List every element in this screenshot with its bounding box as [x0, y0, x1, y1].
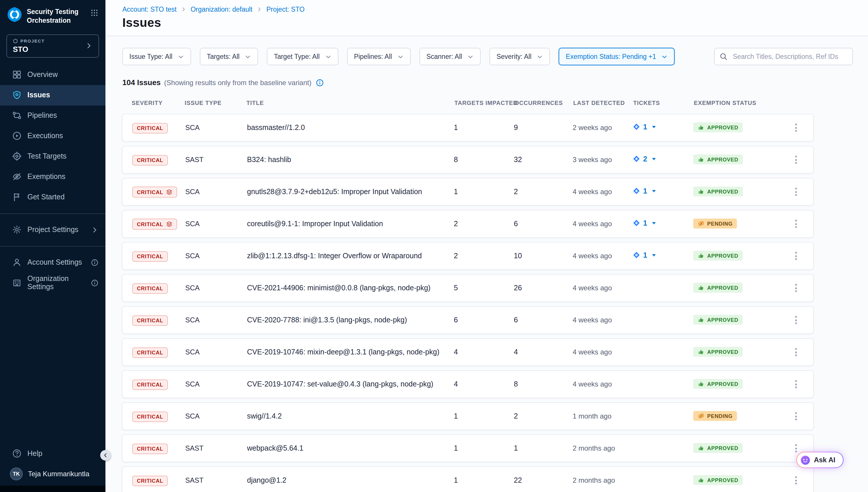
issue-title[interactable]: swig//1.4.2: [247, 412, 454, 420]
issue-row[interactable]: CRITICAL SCA CVE-2020-7788: ini@1.3.5 (l…: [122, 306, 814, 334]
issue-title[interactable]: bassmaster//1.2.0: [247, 124, 454, 132]
filter-exemption-status[interactable]: Exemption Status: Pending +1: [559, 48, 675, 65]
row-menu-button[interactable]: [792, 345, 808, 359]
breadcrumb-project[interactable]: Project: STO: [266, 6, 305, 13]
row-menu-button[interactable]: [792, 153, 808, 167]
issue-row[interactable]: CRITICAL SCA CVE-2019-10746: mixin-deep@…: [122, 338, 814, 366]
sidebar-item-issues[interactable]: Issues: [0, 85, 105, 105]
row-menu-button[interactable]: [792, 249, 808, 263]
issue-title[interactable]: django@1.2: [247, 476, 454, 485]
row-menu-button[interactable]: [792, 185, 808, 199]
sidebar-item-project-settings[interactable]: Project Settings: [0, 220, 105, 240]
issue-row[interactable]: CRITICAL SAST django@1.2 1 22 2 months a…: [122, 466, 814, 492]
sidebar-item-exemptions[interactable]: Exemptions: [0, 167, 105, 187]
sidebar-collapse-button[interactable]: [100, 450, 111, 461]
filter-severity[interactable]: Severity: All: [489, 48, 550, 65]
filter-issue-type[interactable]: Issue Type: All: [122, 48, 191, 65]
ticket-link[interactable]: 1: [633, 219, 658, 227]
search-input[interactable]: [714, 48, 853, 65]
sidebar-item-organization-settings[interactable]: Organization Settings: [0, 273, 105, 293]
ticket-link[interactable]: 2: [633, 155, 658, 163]
exemption-status-cell: APPROVED: [693, 283, 792, 293]
issue-title[interactable]: gnutls28@3.7.9-2+deb12u5: Improper Input…: [247, 188, 454, 196]
issue-title[interactable]: B324: hashlib: [247, 156, 454, 164]
severity-cell: CRITICAL: [132, 154, 185, 166]
filter-target-type[interactable]: Target Type: All: [267, 48, 338, 65]
app-title: Security Testing Orchestration: [27, 7, 86, 25]
row-menu-button[interactable]: [792, 281, 808, 295]
row-menu-cell: [792, 185, 808, 199]
page-header: Account: STO test Organization: default …: [105, 0, 868, 36]
issue-title[interactable]: CVE-2019-10747: set-value@0.4.3 (lang-pk…: [247, 380, 454, 388]
filter-scanner[interactable]: Scanner: All: [419, 48, 481, 65]
targets-impacted: 5: [454, 284, 514, 292]
exemption-status-badge: APPROVED: [693, 443, 743, 453]
column-header: SEVERITY: [132, 100, 185, 106]
targets-impacted: 4: [454, 348, 514, 356]
issue-title[interactable]: CVE-2020-7788: ini@1.3.5 (lang-pkgs, nod…: [247, 316, 454, 324]
harness-logo-icon[interactable]: [7, 7, 22, 22]
issue-row[interactable]: CRITICAL SCA gnutls28@3.7.9-2+deb12u5: I…: [122, 178, 814, 206]
row-menu-button[interactable]: [792, 409, 808, 423]
chevron-right-icon: [85, 42, 93, 50]
row-menu-button[interactable]: [792, 313, 808, 327]
caret-down-icon: [650, 123, 658, 130]
row-menu-button[interactable]: [792, 217, 808, 231]
row-menu-button[interactable]: [792, 377, 808, 391]
ticket-link[interactable]: 1: [633, 123, 658, 131]
filter-targets[interactable]: Targets: All: [200, 48, 258, 65]
issue-row[interactable]: CRITICAL SCA swig//1.4.2 1 2 1 month ago…: [122, 402, 814, 430]
issue-row[interactable]: CRITICAL SAST B324: hashlib 8 32 3 weeks…: [122, 146, 814, 174]
help-icon: [12, 448, 22, 458]
sidebar-divider: [0, 246, 105, 247]
issue-row[interactable]: CRITICAL SCA bassmaster//1.2.0 1 9 2 wee…: [122, 114, 814, 142]
ticket-link[interactable]: 1: [633, 187, 658, 195]
sidebar-item-executions[interactable]: Executions: [0, 126, 105, 146]
severity-cell: CRITICAL: [132, 474, 185, 486]
row-menu-button[interactable]: [792, 473, 808, 487]
row-menu-button[interactable]: [792, 121, 808, 135]
sidebar-item-account-settings[interactable]: Account Settings: [0, 252, 105, 273]
user-menu[interactable]: TK Teja Kummarikuntla: [0, 463, 105, 485]
sidebar-item-get-started[interactable]: Get Started: [0, 187, 105, 207]
issue-title[interactable]: CVE-2021-44906: minimist@0.0.8 (lang-pkg…: [247, 284, 454, 292]
breadcrumb-organization[interactable]: Organization: default: [190, 6, 252, 13]
issue-row[interactable]: CRITICAL SAST webpack@5.64.1 1 1 2 month…: [122, 434, 814, 462]
severity-badge: CRITICAL: [132, 283, 168, 294]
breadcrumb-account[interactable]: Account: STO test: [122, 6, 177, 13]
sidebar-item-test-targets[interactable]: Test Targets: [0, 146, 105, 167]
ticket-count: 1: [643, 219, 647, 227]
issue-title[interactable]: coreutils@9.1-1: Improper Input Validati…: [247, 220, 454, 228]
sidebar-item-pipelines[interactable]: Pipelines: [0, 105, 105, 126]
sidebar-item-help[interactable]: Help: [0, 443, 105, 463]
jira-ticket-icon: [633, 123, 640, 130]
app-grid-icon[interactable]: [90, 9, 99, 17]
exemption-status-cell: APPROVED: [693, 379, 792, 389]
issue-row[interactable]: CRITICAL SCA CVE-2021-44906: minimist@0.…: [122, 274, 814, 302]
info-icon[interactable]: [315, 78, 324, 87]
tickets-cell: 2: [633, 154, 693, 165]
ask-ai-button[interactable]: Ask AI: [796, 452, 844, 468]
sidebar-bottom-strip: [0, 486, 105, 492]
ticket-link[interactable]: 1: [633, 251, 658, 259]
issue-title[interactable]: CVE-2019-10746: mixin-deep@1.3.1 (lang-p…: [247, 348, 454, 356]
project-selector[interactable]: PROJECT STO: [6, 34, 99, 58]
filter-label: Issue Type: All: [129, 53, 173, 60]
ask-ai-label: Ask AI: [814, 456, 835, 464]
filter-pipelines[interactable]: Pipelines: All: [347, 48, 411, 65]
exemption-status-badge: APPROVED: [693, 154, 743, 164]
issue-row[interactable]: CRITICAL SCA coreutils@9.1-1: Improper I…: [122, 210, 814, 238]
occurrences: 26: [514, 284, 573, 292]
issue-title[interactable]: webpack@5.64.1: [247, 444, 454, 452]
caret-down-icon: [650, 187, 658, 195]
eye-off-icon: [698, 220, 704, 227]
issue-title[interactable]: zlib@1:1.2.13.dfsg-1: Integer Overflow o…: [247, 252, 454, 260]
summary-row: 104 Issues (Showing results only from th…: [105, 65, 868, 87]
exemption-status-cell: APPROVED: [693, 347, 792, 357]
issue-row[interactable]: CRITICAL SCA zlib@1:1.2.13.dfsg-1: Integ…: [122, 242, 814, 270]
info-icon[interactable]: [91, 259, 99, 266]
info-icon[interactable]: [91, 279, 99, 287]
issue-type: SAST: [185, 444, 247, 452]
sidebar-item-overview[interactable]: Overview: [0, 65, 105, 85]
issue-row[interactable]: CRITICAL SCA CVE-2019-10747: set-value@0…: [122, 370, 814, 398]
